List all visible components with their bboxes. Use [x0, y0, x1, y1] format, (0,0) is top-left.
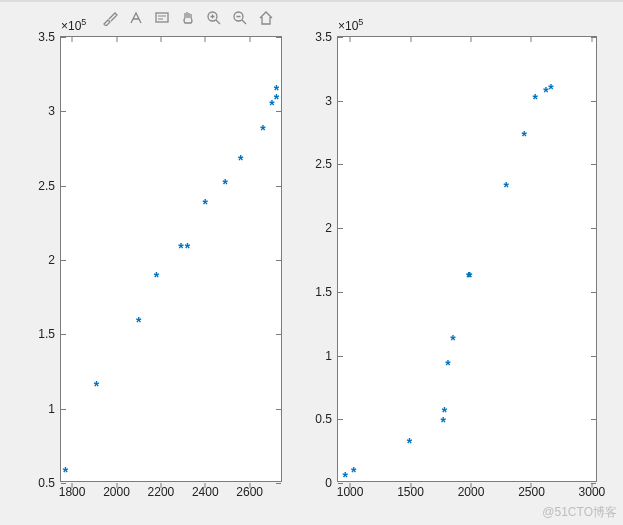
data-point: *: [350, 467, 358, 481]
ytick-label: 3.5: [38, 30, 55, 44]
data-point: *: [531, 94, 539, 108]
ytick-label: 0.5: [38, 476, 55, 490]
svg-rect-0: [156, 13, 168, 22]
xtick-label: 2500: [518, 485, 545, 499]
data-point: *: [152, 272, 160, 286]
data-point: *: [440, 407, 448, 421]
plot-area-left: *************: [61, 37, 281, 481]
data-point: *: [183, 243, 191, 257]
watermark-text: @51CTO博客: [542, 504, 617, 521]
xtick-label: 1000: [337, 485, 364, 499]
datatip-icon[interactable]: [152, 8, 172, 28]
xtick-label: 2200: [148, 485, 175, 499]
plot-area-right: **************: [338, 37, 596, 481]
ytick-label: 1.5: [315, 285, 332, 299]
data-point: *: [272, 85, 280, 99]
ytick-label: 2: [48, 253, 55, 267]
data-point: *: [547, 84, 555, 98]
data-point: *: [134, 317, 142, 331]
pan-icon[interactable]: [178, 8, 198, 28]
ytick-label: 2.5: [315, 157, 332, 171]
xtick-label: 2600: [236, 485, 263, 499]
y-multiplier: ×105: [61, 17, 86, 33]
data-point: *: [259, 125, 267, 139]
axes-left[interactable]: ************* 180020002200240026000.511.…: [60, 36, 282, 482]
xtick-label: 2000: [458, 485, 485, 499]
data-point: *: [449, 335, 457, 349]
axes-right[interactable]: ************** 1000150020002500300000.51…: [337, 36, 597, 482]
ytick-label: 1: [48, 402, 55, 416]
ytick-label: 2: [325, 221, 332, 235]
xtick-label: 1500: [397, 485, 424, 499]
ytick-label: 0.5: [315, 412, 332, 426]
brush-icon[interactable]: [100, 8, 120, 28]
data-point: *: [237, 155, 245, 169]
data-point: *: [405, 438, 413, 452]
data-point: *: [444, 360, 452, 374]
y-multiplier: ×105: [338, 17, 363, 33]
xtick-label: 2400: [192, 485, 219, 499]
data-point: *: [502, 182, 510, 196]
zoomin-icon[interactable]: [204, 8, 224, 28]
data-point: *: [92, 381, 100, 395]
ytick-label: 1.5: [38, 327, 55, 341]
ytick-label: 3.5: [315, 30, 332, 44]
ytick-label: 0: [325, 476, 332, 490]
xtick-label: 1800: [59, 485, 86, 499]
figure-toolbar: [100, 8, 276, 28]
data-point: *: [61, 467, 69, 481]
data-point: *: [466, 272, 474, 286]
data-point: *: [201, 199, 209, 213]
xtick-label: 2000: [103, 485, 130, 499]
ytick-label: 3: [48, 104, 55, 118]
rotate3d-icon[interactable]: [126, 8, 146, 28]
data-point: *: [520, 131, 528, 145]
data-point: *: [221, 179, 229, 193]
ytick-label: 2.5: [38, 179, 55, 193]
window-divider: [0, 0, 623, 2]
ytick-label: 3: [325, 94, 332, 108]
ytick-label: 1: [325, 349, 332, 363]
zoomout-icon[interactable]: [230, 8, 250, 28]
xtick-label: 3000: [579, 485, 606, 499]
home-icon[interactable]: [256, 8, 276, 28]
